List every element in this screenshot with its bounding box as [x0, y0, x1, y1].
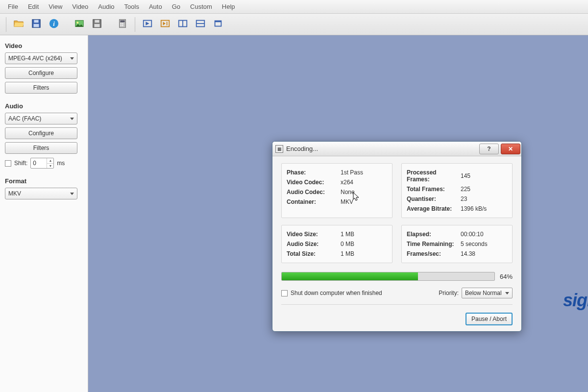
priority-select[interactable]: Below Normal [462, 288, 513, 298]
shift-spinner[interactable]: 0 ▲▼ [30, 158, 54, 169]
chevron-down-icon [505, 292, 509, 294]
format-select[interactable]: MKV [5, 188, 77, 199]
encoding-dialog: ▦ Encoding... ? ✕ Phase:1st Pass Video C… [272, 141, 522, 332]
progress-fill [282, 272, 418, 280]
save-image-button[interactable] [90, 17, 104, 32]
video-codec-select[interactable]: MPEG-4 AVC (x264) [5, 52, 77, 64]
audio-configure-button[interactable]: Configure [5, 127, 77, 139]
svg-rect-2 [34, 24, 39, 27]
help-button[interactable]: ? [479, 144, 499, 154]
folder-open-icon [13, 18, 24, 30]
dialog-titlebar[interactable]: ▦ Encoding... ? ✕ [272, 142, 521, 156]
window-icon [213, 18, 223, 30]
svg-rect-8 [95, 20, 99, 23]
menu-edit[interactable]: Edit [23, 1, 44, 12]
calculator-icon [117, 18, 128, 30]
menu-auto[interactable]: Auto [144, 1, 167, 12]
progress-bar [281, 272, 495, 281]
shift-value: 0 [33, 160, 36, 167]
dialog-title: Encoding... [286, 145, 318, 152]
open-button[interactable] [11, 17, 26, 32]
shift-unit: ms [57, 160, 65, 167]
svg-rect-14 [120, 25, 122, 26]
audio-codec-value: AAC (FAAC) [8, 115, 41, 122]
menu-file[interactable]: File [3, 1, 23, 12]
app-icon: ▦ [275, 145, 283, 153]
shutdown-label: Shut down computer when finished [291, 290, 382, 296]
svg-rect-9 [95, 24, 100, 27]
save-button[interactable] [29, 17, 44, 32]
menu-custom[interactable]: Custom [185, 1, 217, 12]
toolbar: i [0, 14, 588, 35]
info-box-size: Video Size:1 MB Audio Size:0 MB Total Si… [281, 225, 392, 263]
chevron-down-icon [70, 118, 74, 120]
video-codec-value: MPEG-4 AVC (x264) [8, 55, 62, 62]
shift-label: Shift: [14, 160, 27, 167]
play-marker-button[interactable] [140, 17, 155, 32]
chevron-down-icon [70, 193, 74, 195]
close-button[interactable]: ✕ [501, 144, 520, 154]
split-columns-icon [177, 18, 188, 30]
picture-button[interactable] [72, 17, 87, 32]
svg-rect-13 [122, 23, 123, 24]
split-rows-icon [195, 18, 206, 30]
video-section-label: Video [5, 42, 83, 49]
spin-up-icon[interactable]: ▲ [47, 158, 53, 164]
svg-text:i: i [53, 21, 55, 27]
info-box-time: Elapsed:00:00:10 Time Remaining:5 second… [401, 225, 513, 263]
play-marker-icon [142, 18, 153, 30]
video-configure-button[interactable]: Configure [5, 67, 77, 79]
shift-checkbox[interactable] [5, 160, 11, 167]
format-section-label: Format [5, 177, 83, 185]
info-icon: i [49, 18, 59, 30]
floppy-icon [31, 18, 42, 30]
calculator-button[interactable] [115, 17, 130, 32]
menu-view[interactable]: View [44, 1, 67, 12]
svg-rect-12 [120, 23, 122, 24]
svg-point-6 [77, 22, 79, 24]
video-filters-button[interactable]: Filters [5, 82, 77, 94]
audio-filters-button[interactable]: Filters [5, 142, 77, 154]
audio-codec-select[interactable]: AAC (FAAC) [5, 113, 77, 124]
info-box-codec: Phase:1st Pass Video Codec:x264 Audio Co… [281, 163, 392, 218]
toolbar-separator [135, 17, 135, 32]
shutdown-checkbox[interactable] [281, 290, 288, 296]
toolbar-separator [6, 17, 6, 32]
menubar: File Edit View Video Audio Tools Auto Go… [0, 0, 588, 14]
watermark: sight [563, 290, 588, 311]
pause-abort-button[interactable]: Pause / Abort [466, 313, 513, 325]
chevron-down-icon [70, 57, 74, 60]
menu-video[interactable]: Video [67, 1, 93, 12]
split-cols-button[interactable] [175, 17, 190, 32]
svg-rect-15 [122, 25, 123, 26]
format-value: MKV [8, 190, 21, 197]
next-marker-icon [160, 18, 171, 30]
picture-icon [74, 18, 85, 30]
svg-rect-1 [34, 20, 38, 23]
sidebar: Video MPEG-4 AVC (x264) Configure Filter… [0, 35, 88, 392]
menu-go[interactable]: Go [167, 1, 185, 12]
floppy-small-icon [92, 18, 102, 30]
info-box-frames: Processed Frames:145 Total Frames:225 Qu… [401, 163, 513, 218]
svg-rect-24 [215, 21, 221, 23]
svg-rect-11 [120, 21, 124, 23]
menu-help[interactable]: Help [217, 1, 240, 12]
audio-section-label: Audio [5, 102, 83, 110]
menu-tools[interactable]: Tools [120, 1, 144, 12]
progress-percent: 64% [500, 273, 513, 280]
priority-label: Priority: [439, 290, 459, 296]
split-rows-button[interactable] [193, 17, 208, 32]
spin-down-icon[interactable]: ▼ [47, 164, 53, 169]
next-marker-button[interactable] [158, 17, 172, 32]
window-button[interactable] [211, 17, 225, 32]
priority-value: Below Normal [465, 290, 502, 296]
svg-rect-18 [167, 22, 168, 25]
menu-audio[interactable]: Audio [93, 1, 119, 12]
info-button[interactable]: i [47, 17, 61, 32]
